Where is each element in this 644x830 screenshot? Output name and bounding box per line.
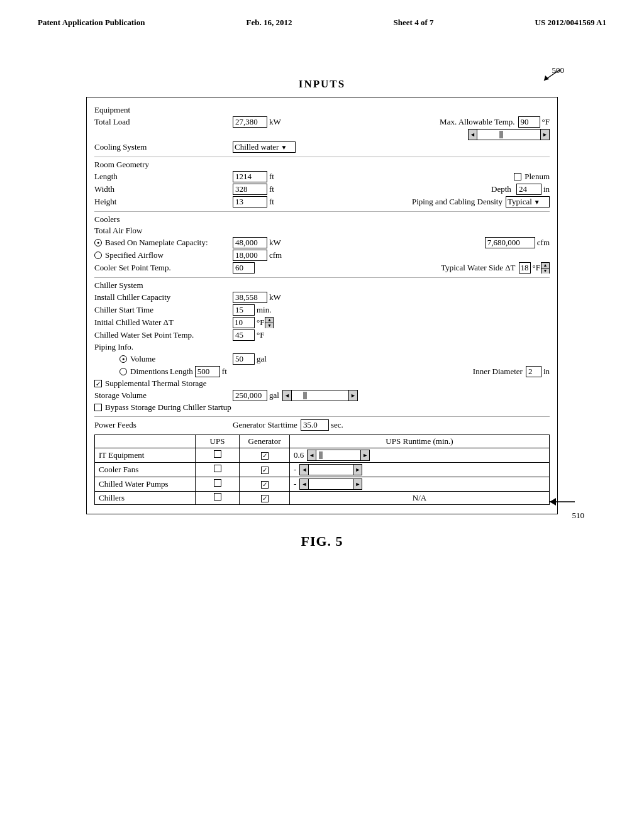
length-unit: ft — [269, 172, 274, 182]
piping-dropdown[interactable]: Typical ▼ — [506, 196, 550, 208]
cooler-setpoint-input[interactable]: 60 — [233, 262, 255, 274]
volume-radio[interactable] — [119, 355, 127, 363]
chilled-runtime-slider[interactable]: ◄ ► — [299, 479, 362, 490]
storage-slider-right[interactable]: ► — [348, 390, 357, 401]
storage-volume-row: Storage Volume 250,000 gal ◄ ► — [94, 390, 550, 401]
storage-volume-slider[interactable]: ◄ ► — [282, 390, 358, 401]
inner-diameter-section: Inner Diameter 2 in — [473, 366, 550, 377]
it-gen-box[interactable]: ✓ — [261, 452, 269, 460]
based-on-radio[interactable] — [94, 239, 102, 246]
height-input[interactable]: 13 — [233, 196, 267, 208]
dimentions-row: Dimentions Length 500 ft Inner Diameter … — [94, 366, 550, 377]
it-slider-left[interactable]: ◄ — [308, 450, 316, 460]
cooler-fans-gen[interactable]: ✓ — [240, 463, 290, 477]
chiller-start-input[interactable]: 15 — [233, 304, 255, 316]
cooler-slider-right[interactable]: ► — [353, 465, 362, 475]
plenum-checkbox[interactable] — [514, 173, 521, 180]
height-row: Height 13 ft Piping and Cabling Density … — [94, 196, 550, 208]
supplemental-checkbox[interactable]: ✓ — [94, 380, 102, 387]
specified-radio[interactable] — [94, 252, 102, 259]
width-input[interactable]: 328 — [233, 184, 267, 195]
chilled-pumps-gen[interactable]: ✓ — [240, 477, 290, 492]
spinner-up-icon[interactable]: ▲ — [541, 263, 549, 268]
cooler-runtime-value: - — [294, 465, 296, 475]
storage-slider-left[interactable]: ◄ — [283, 390, 292, 401]
install-capacity-input[interactable]: 38,558 — [233, 292, 267, 303]
length-input[interactable]: 1214 — [233, 171, 267, 182]
it-ups-checkbox[interactable] — [196, 448, 240, 463]
divider-1 — [94, 157, 550, 157]
specified-cfm-input[interactable]: 18,000 — [233, 250, 267, 261]
chilled-runtime-value: - — [294, 479, 296, 489]
page-header: Patent Application Publication Feb. 16, … — [0, 0, 644, 28]
equipment-section: Equipment Total Load 27,380 kW Max. Allo… — [94, 105, 550, 153]
label-510: 510 — [572, 511, 585, 521]
slider-right-arrow[interactable]: ► — [540, 130, 549, 140]
width-row: Width 328 ft Depth 24 in — [94, 184, 550, 195]
chilled-gen-box[interactable]: ✓ — [261, 481, 269, 489]
arrow-510-svg — [547, 492, 584, 511]
based-on-cfm-unit: cfm — [537, 238, 550, 248]
based-on-cfm-section: 7,680,000 cfm — [485, 237, 550, 248]
it-slider-thumb — [319, 451, 323, 459]
temp-slider-container[interactable]: ◄ ► — [466, 129, 550, 140]
based-on-cfm-input[interactable]: 7,680,000 — [485, 237, 535, 248]
delta-up-icon[interactable]: ▲ — [265, 318, 273, 323]
height-unit: ft — [269, 197, 274, 207]
install-capacity-unit: kW — [269, 292, 281, 302]
generator-starttime-input[interactable]: 35.0 — [301, 419, 329, 431]
spinner-down-icon[interactable]: ▼ — [541, 268, 549, 274]
initial-delta-input[interactable]: 10 — [233, 317, 255, 328]
it-slider-right[interactable]: ► — [360, 450, 369, 460]
temp-slider[interactable]: ◄ ► — [468, 129, 550, 140]
setpoint-input[interactable]: 45 — [233, 329, 255, 341]
cooler-gen-box[interactable]: ✓ — [261, 467, 269, 474]
cooler-runtime-slider[interactable]: ◄ ► — [299, 464, 362, 475]
dimentions-radio[interactable] — [119, 368, 127, 375]
slider-left-arrow[interactable]: ◄ — [469, 130, 477, 140]
chillers-gen[interactable]: ✓ — [240, 492, 290, 505]
it-ups-box[interactable] — [214, 450, 221, 458]
typical-water-input[interactable]: 18 — [519, 262, 531, 274]
chilled-slider-right[interactable]: ► — [353, 479, 362, 489]
depth-input[interactable]: 24 — [516, 184, 541, 195]
col-header-name — [95, 435, 196, 448]
chilled-ups-box[interactable] — [214, 479, 221, 487]
bypass-checkbox[interactable] — [94, 404, 102, 411]
chillers-ups[interactable] — [196, 492, 240, 505]
bypass-row: Bypass Storage During Chiller Startup — [94, 402, 550, 412]
chilled-pumps-label: Chilled Water Pumps — [95, 477, 196, 492]
chillers-label: Chillers — [95, 492, 196, 505]
chillers-ups-box[interactable] — [214, 493, 221, 501]
cooler-slider-left[interactable]: ◄ — [300, 465, 309, 475]
inner-diameter-input[interactable]: 2 — [526, 366, 541, 377]
cooler-fans-ups[interactable] — [196, 463, 240, 477]
chilled-slider-left[interactable]: ◄ — [300, 479, 309, 489]
total-load-row: Total Load 27,380 kW Max. Allowable Temp… — [94, 116, 550, 128]
chilled-pumps-ups[interactable] — [196, 477, 240, 492]
power-feeds-row: Power Feeds Generator Starttime 35.0 sec… — [94, 419, 550, 431]
initial-delta-spinner[interactable]: ▲ ▼ — [265, 317, 274, 328]
it-gen-checkbox[interactable]: ✓ — [240, 448, 290, 463]
volume-input[interactable]: 50 — [233, 353, 255, 365]
storage-volume-unit: gal — [269, 390, 279, 401]
typical-water-spinner[interactable]: ▲ ▼ — [541, 262, 550, 274]
chilled-runtime-row: - ◄ ► — [294, 479, 545, 490]
length-row: Length 1214 ft Plenum — [94, 171, 550, 182]
based-on-kw-input[interactable]: 48,000 — [233, 237, 267, 248]
chillers-gen-box[interactable]: ✓ — [261, 495, 269, 502]
it-runtime-slider[interactable]: ◄ ► — [307, 450, 370, 461]
dim-length-input[interactable]: 500 — [195, 366, 220, 377]
cooling-system-dropdown[interactable]: Chilled water ▼ — [233, 141, 296, 153]
total-load-unit: kW — [269, 117, 281, 127]
cooler-setpoint-row: Cooler Set Point Temp. 60 Typical Water … — [94, 262, 550, 274]
table-header-row: UPS Generator UPS Runtime (min.) — [95, 435, 550, 448]
height-label: Height — [94, 197, 233, 207]
storage-volume-input[interactable]: 250,000 — [233, 390, 267, 401]
cooler-ups-box[interactable] — [214, 465, 221, 472]
piping-label: Piping and Cabling Density — [412, 197, 502, 207]
max-temp-input[interactable]: 90 — [518, 116, 540, 128]
main-content: 500 INPUTS Equipment Total Load 27,380 k… — [0, 28, 644, 550]
delta-down-icon[interactable]: ▼ — [265, 323, 273, 328]
total-load-input[interactable]: 27,380 — [233, 116, 267, 128]
